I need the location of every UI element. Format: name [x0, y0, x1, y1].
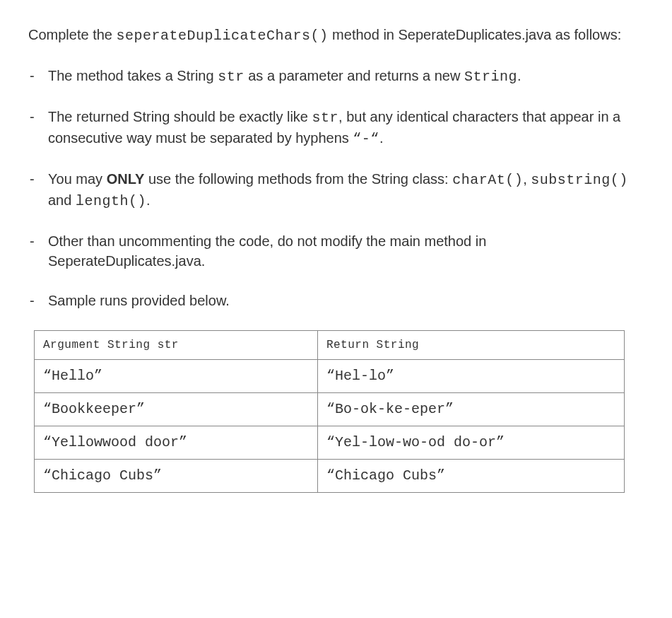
cell-return: “Bo-ok-ke-eper”	[317, 393, 624, 426]
bullet-1: The method takes a String str as a param…	[28, 66, 644, 87]
bullet-3: You may ONLY use the following methods f…	[28, 169, 644, 211]
table-row: “Chicago Cubs” “Chicago Cubs”	[35, 460, 625, 493]
requirements-list: The method takes a String str as a param…	[28, 66, 644, 310]
cell-return: “Hel-lo”	[317, 360, 624, 393]
cell-argument: “Yellowwood door”	[35, 426, 318, 460]
intro-text-post: method in SeperateDuplicates.java as fol…	[329, 27, 622, 42]
bullet-2: The returned String should be exactly li…	[28, 107, 644, 149]
table-header-row: Argument String str Return String	[35, 331, 625, 360]
b1-text2: as a parameter and returns a new	[244, 68, 464, 83]
header-return: Return String	[317, 331, 624, 360]
bullet-4: Other than uncommenting the code, do not…	[28, 231, 644, 271]
intro-code: seperateDuplicateChars()	[117, 28, 329, 44]
b2-text1: The returned String should be exactly li…	[48, 109, 312, 124]
b3-code1: charAt()	[452, 172, 523, 188]
b3-text5: .	[146, 192, 151, 208]
cell-argument: “Bookkeeper”	[35, 393, 318, 426]
b3-text2: use the following methods from the Strin…	[144, 171, 452, 187]
b2-text3: .	[379, 130, 384, 146]
sample-runs-table: Argument String str Return String “Hello…	[34, 330, 625, 493]
b1-code2: String	[464, 69, 517, 85]
cell-return: “Chicago Cubs”	[317, 460, 624, 493]
header-argument: Argument String str	[35, 331, 318, 360]
b3-bold: ONLY	[107, 171, 145, 187]
cell-return: “Yel-low-wo-od do-or”	[317, 426, 624, 460]
b3-text4: and	[48, 192, 76, 208]
bullet-5: Sample runs provided below.	[28, 291, 644, 310]
b3-text1: You may	[48, 171, 107, 187]
table-row: “Yellowwood door” “Yel-low-wo-od do-or”	[35, 426, 625, 460]
b1-code1: str	[218, 69, 244, 85]
b3-text3: ,	[523, 171, 531, 187]
b2-code2: “-“	[353, 131, 379, 147]
b3-code2: substring()	[531, 172, 628, 188]
b1-text3: .	[517, 68, 521, 83]
cell-argument: “Chicago Cubs”	[35, 460, 318, 493]
b1-text1: The method takes a String	[48, 68, 218, 83]
b3-code3: length()	[76, 193, 146, 209]
b2-code1: str	[312, 110, 339, 126]
intro-text-pre: Complete the	[28, 27, 117, 42]
table-row: “Bookkeeper” “Bo-ok-ke-eper”	[35, 393, 625, 426]
table-row: “Hello” “Hel-lo”	[35, 360, 625, 393]
cell-argument: “Hello”	[35, 360, 318, 393]
intro-paragraph: Complete the seperateDuplicateChars() me…	[28, 25, 644, 46]
